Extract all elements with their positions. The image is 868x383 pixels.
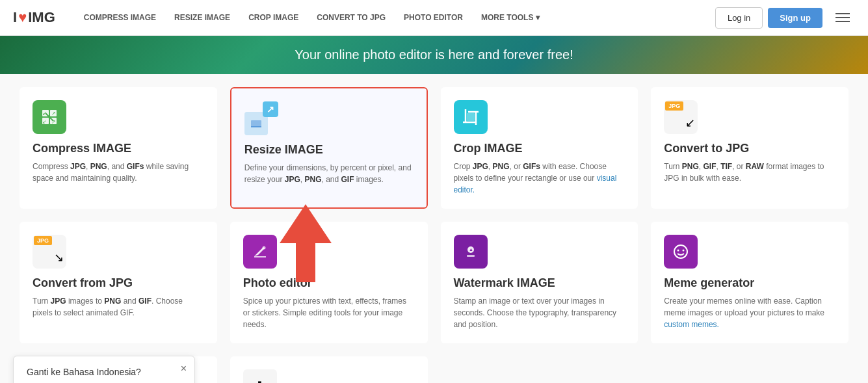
tools-grid: ↙ ↗ ↙ ↗ Compress IMAGE Compress JPG, PNG… [20, 87, 848, 343]
tool-card-compress[interactable]: ↙ ↗ ↙ ↗ Compress IMAGE Compress JPG, PNG… [20, 87, 217, 209]
crop-desc: Crop JPG, PNG, or GIFs with ease. Choose… [454, 161, 625, 196]
convert-jpg-title: Convert to JPG [664, 142, 835, 155]
tool-card-photo-editor[interactable]: Photo editor Spice up your pictures with… [230, 222, 428, 343]
svg-point-24 [683, 250, 685, 252]
tool-card-row3-2[interactable]: ⬇ [230, 356, 428, 383]
arrow-down-icon: ↙ [685, 116, 695, 130]
tool-card-convert-jpg[interactable]: JPG ↙ Convert to JPG Turn PNG, GIF, TIF,… [651, 87, 848, 209]
tool-card-resize[interactable]: ↗ Resize IMAGE Define your dimensions, b… [230, 87, 428, 209]
compress-icon: ↙ ↗ ↙ ↗ [33, 100, 66, 134]
svg-text:↙: ↙ [42, 111, 47, 116]
svg-rect-10 [251, 120, 261, 127]
photo-editor-icon [243, 235, 277, 269]
svg-rect-16 [467, 113, 475, 121]
convert-from-jpg-icon: JPG ↘ [33, 235, 66, 269]
nav-photo-editor[interactable]: PHOTO EDITOR [395, 0, 472, 36]
hamburger-menu[interactable] [830, 8, 855, 27]
nav-crop[interactable]: CROP IMAGE [239, 0, 308, 36]
meme-desc: Create your memes online with ease. Capt… [664, 295, 835, 330]
tool-card-watermark[interactable]: ▲ Watermark IMAGE Stamp an image or text… [441, 222, 638, 343]
hamburger-line2 [835, 17, 850, 18]
watermark-icon: ▲ [454, 235, 488, 269]
logo-heart-icon: ♥ [18, 9, 27, 26]
hamburger-line1 [835, 13, 850, 14]
svg-rect-20 [467, 255, 475, 257]
svg-text:↗: ↗ [51, 111, 56, 116]
nav-more-tools[interactable]: MORE TOOLS ▾ [472, 0, 549, 36]
logo[interactable]: I ♥ IMG [13, 9, 55, 26]
resize-icon-wrap: ↗ [244, 101, 278, 135]
photo-editor-title: Photo editor [243, 276, 415, 290]
banner: Your online photo editor is here and for… [0, 36, 868, 74]
convert-jpg-desc: Turn PNG, GIF, TIF, or RAW format images… [664, 161, 835, 184]
lang-popup-title: Ganti ke Bahasa Indonesia? [27, 367, 181, 377]
logo-img-text: IMG [28, 9, 55, 26]
main-content: ↙ ↗ ↙ ↗ Compress IMAGE Compress JPG, PNG… [0, 74, 868, 383]
svg-point-17 [262, 246, 265, 250]
compress-title: Compress IMAGE [33, 142, 204, 155]
header-actions: Log in Sign up [715, 7, 855, 29]
crop-title: Crop IMAGE [454, 142, 625, 155]
convert-from-jpg-desc: Turn JPG images to PNG and GIF. Choose p… [33, 295, 204, 319]
resize-title: Resize IMAGE [244, 143, 414, 157]
hamburger-line3 [835, 21, 850, 22]
arrow-down2-icon: ↘ [54, 250, 64, 265]
convert-from-jpg-title: Convert from JPG [33, 276, 204, 290]
resize-desc: Define your dimensions, by percent or pi… [244, 162, 414, 185]
svg-point-22 [674, 245, 687, 258]
tool-icon-row3-2: ⬇ [243, 369, 277, 383]
svg-text:↗: ↗ [51, 119, 56, 125]
jpg-badge2: JPG [34, 236, 52, 245]
resize-arrow-box: ↗ [263, 101, 278, 117]
photo-editor-desc: Spice up your pictures with text, effect… [243, 295, 415, 330]
main-nav: COMPRESS IMAGE RESIZE IMAGE CROP IMAGE C… [75, 0, 715, 36]
tool-card-crop[interactable]: Crop IMAGE Crop JPG, PNG, or GIFs with e… [441, 87, 638, 209]
lang-popup-close-button[interactable]: × [181, 363, 187, 375]
svg-point-23 [677, 250, 679, 252]
signup-button[interactable]: Sign up [768, 8, 822, 28]
convert-jpg-icon: JPG ↙ [664, 100, 698, 134]
watermark-title: Watermark IMAGE [454, 276, 625, 290]
banner-text: Your online photo editor is here and for… [295, 47, 573, 62]
svg-text:↙: ↙ [42, 119, 47, 125]
compress-desc: Compress JPG, PNG, and GIFs while saving… [33, 161, 204, 184]
jpg-badge: JPG [665, 101, 683, 111]
crop-icon [454, 100, 488, 134]
tool-card-meme[interactable]: Meme generator Create your memes online … [651, 222, 848, 343]
header: I ♥ IMG COMPRESS IMAGE RESIZE IMAGE CROP… [0, 0, 868, 36]
logo-i: I [13, 9, 17, 26]
watermark-desc: Stamp an image or text over your images … [454, 295, 625, 330]
login-button[interactable]: Log in [715, 7, 763, 29]
meme-icon [664, 235, 698, 269]
svg-text:▲: ▲ [469, 247, 473, 252]
nav-compress[interactable]: COMPRESS IMAGE [75, 0, 165, 36]
nav-convert-jpg[interactable]: CONVERT TO JPG [308, 0, 395, 36]
language-popup: × Ganti ke Bahasa Indonesia? YA TIDAK [13, 356, 195, 383]
tool-card-convert-from-jpg[interactable]: JPG ↘ Convert from JPG Turn JPG images t… [20, 222, 217, 343]
nav-resize[interactable]: RESIZE IMAGE [165, 0, 239, 36]
meme-title: Meme generator [664, 276, 835, 290]
